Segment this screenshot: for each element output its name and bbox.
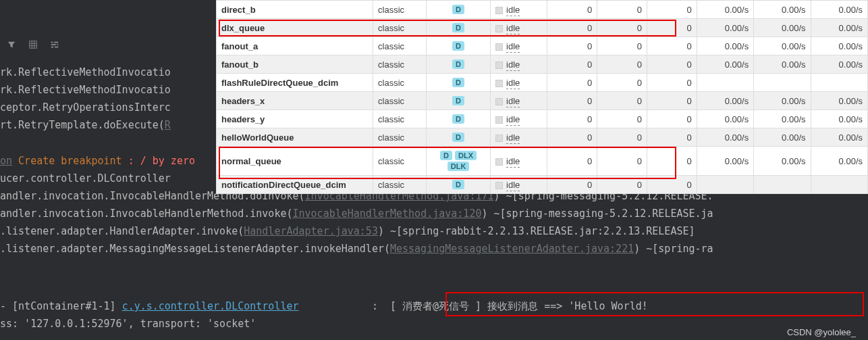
queue-incoming-cell: 0.00/s — [697, 1, 753, 19]
table-icon[interactable] — [28, 37, 38, 55]
queue-ready-cell: 0 — [547, 176, 597, 194]
queue-name-cell[interactable]: flashRuleDirectQueue_dcim — [217, 74, 373, 92]
queue-incoming-cell: 0.00/s — [697, 128, 753, 147]
feature-tag: D — [452, 96, 464, 105]
queue-total-cell: 0 — [647, 19, 697, 37]
queue-incoming-cell — [697, 176, 753, 194]
queue-total-cell: 0 — [647, 74, 697, 92]
table-row[interactable]: fanout_bclassicDidle0000.00/s0.00/s0.00/… — [217, 55, 868, 74]
create-breakpoint-link[interactable]: Create breakpoint — [12, 155, 128, 167]
queue-type-cell: classic — [373, 55, 427, 74]
queue-total-cell: 0 — [647, 176, 697, 194]
table-row[interactable]: notificationDirectQueue_dcimclassicDidle… — [217, 176, 868, 194]
queue-ack-cell: 0.00/s — [811, 92, 867, 110]
queue-incoming-cell: 0.00/s — [697, 92, 753, 110]
filter-icon[interactable] — [7, 37, 16, 55]
queue-type-cell: classic — [373, 128, 427, 147]
feature-tag: D — [452, 41, 464, 51]
queue-total-cell: 0 — [647, 110, 697, 128]
queue-unacked-cell: 0 — [597, 147, 647, 176]
queue-ack-cell: 0.00/s — [811, 147, 867, 176]
queue-features-cell: D — [427, 55, 491, 74]
queue-deliver-cell: 0.00/s — [754, 19, 811, 37]
queue-features-cell: D — [427, 110, 491, 128]
queue-state-cell: idle — [491, 37, 547, 55]
exception-link[interactable]: on — [0, 155, 12, 167]
feature-tag: D — [452, 114, 464, 124]
source-link[interactable]: MessagingMessageListenerAdapter.java:221 — [390, 243, 634, 255]
queue-total-cell: 0 — [647, 1, 697, 19]
log-line: .listener.adapter.MessagingMessageListen… — [0, 240, 713, 258]
table-row[interactable]: headers_xclassicDidle0000.00/s0.00/s0.00… — [217, 92, 868, 110]
table-row[interactable]: headers_yclassicDidle0000.00/s0.00/s0.00… — [217, 110, 868, 128]
table-row[interactable]: flashRuleDirectQueue_dcimclassicDidle000 — [217, 74, 868, 92]
queue-unacked-cell: 0 — [597, 55, 647, 74]
queue-ack-cell — [811, 176, 867, 194]
queue-ready-cell: 0 — [547, 74, 597, 92]
queue-name-cell[interactable]: fanout_a — [217, 37, 373, 55]
queue-ready-cell: 0 — [547, 19, 597, 37]
queue-features-cell: D — [427, 92, 491, 110]
queue-state-cell: idle — [491, 55, 547, 74]
queue-state-cell: idle — [491, 92, 547, 110]
source-link[interactable]: HandlerAdapter.java:53 — [244, 225, 378, 237]
state-indicator-icon — [495, 62, 503, 69]
queue-name-cell[interactable]: normal_queue — [217, 147, 373, 176]
log-line: ucer.controller.DLController — [0, 170, 171, 187]
queue-name-cell[interactable]: headers_y — [217, 110, 373, 128]
state-indicator-icon — [495, 182, 503, 189]
rabbitmq-queues-table: direct_bclassicDidle0000.00/s0.00/s0.00/… — [216, 0, 868, 194]
queue-state-cell: idle — [491, 1, 547, 19]
queue-features-cell: D — [427, 74, 491, 92]
queue-ready-cell: 0 — [547, 110, 597, 128]
queue-unacked-cell: 0 — [597, 19, 647, 37]
queue-state-cell: idle — [491, 19, 547, 37]
queue-deliver-cell: 0.00/s — [754, 128, 811, 147]
feature-tag: D — [452, 132, 464, 142]
table-row[interactable]: direct_bclassicDidle0000.00/s0.00/s0.00/… — [217, 1, 868, 19]
queue-ack-cell: 0.00/s — [811, 110, 867, 128]
settings-icon[interactable] — [50, 37, 59, 55]
queue-incoming-cell: 0.00/s — [697, 37, 753, 55]
source-link[interactable]: InvocableHandlerMethod.java:120 — [292, 208, 481, 220]
log-line: on Create breakpoint : / by zero — [0, 152, 195, 170]
table-row[interactable]: helloWorldQueueclassicDidle0000.00/s0.00… — [217, 128, 868, 147]
log-line: ss: '127.0.0.1:52976', transport: 'socke… — [0, 315, 256, 333]
queue-name-cell[interactable]: fanout_b — [217, 55, 373, 74]
log-line: ceptor.RetryOperationsInterc — [0, 99, 171, 116]
queue-incoming-cell: 0.00/s — [697, 147, 753, 176]
queue-name-cell[interactable]: notificationDirectQueue_dcim — [217, 176, 373, 194]
queue-ready-cell: 0 — [547, 1, 597, 19]
queue-name-cell[interactable]: helloWorldQueue — [217, 128, 373, 147]
log-line: - [ntContainer#1-1] c.y.s.controller.DLC… — [0, 297, 648, 315]
queue-unacked-cell: 0 — [597, 92, 647, 110]
queue-ack-cell: 0.00/s — [811, 55, 867, 74]
state-indicator-icon — [495, 25, 503, 32]
queue-deliver-cell: 0.00/s — [754, 92, 811, 110]
queue-deliver-cell: 0.00/s — [754, 37, 811, 55]
watermark: CSDN @yololee_ — [787, 327, 856, 337]
queue-total-cell: 0 — [647, 37, 697, 55]
queue-name-cell[interactable]: headers_x — [217, 92, 373, 110]
table-row[interactable]: normal_queueclassicDDLXDLKidle0000.00/s0… — [217, 147, 868, 176]
queue-name-cell[interactable]: dlx_queue — [217, 19, 373, 37]
table-row[interactable]: fanout_aclassicDidle0000.00/s0.00/s0.00/… — [217, 37, 868, 55]
state-indicator-icon — [495, 158, 503, 166]
queue-unacked-cell: 0 — [597, 74, 647, 92]
queue-total-cell: 0 — [647, 128, 697, 147]
table-row[interactable]: dlx_queueclassicDidle0000.00/s0.00/s0.00… — [217, 19, 868, 37]
queue-type-cell: classic — [373, 37, 427, 55]
queue-ack-cell: 0.00/s — [811, 19, 867, 37]
queue-deliver-cell — [754, 176, 811, 194]
queue-ready-cell: 0 — [547, 37, 597, 55]
queue-name-cell[interactable]: direct_b — [217, 1, 373, 19]
log-line: rk.ReflectiveMethodInvocatio — [0, 81, 171, 99]
log-line: rk.ReflectiveMethodInvocatio — [0, 64, 171, 81]
queue-features-cell: D — [427, 1, 491, 19]
feature-tag: DLK — [447, 162, 470, 171]
queue-features-cell: D — [427, 128, 491, 147]
queue-type-cell: classic — [373, 74, 427, 92]
queue-type-cell: classic — [373, 92, 427, 110]
state-indicator-icon — [495, 116, 503, 124]
queue-ack-cell — [811, 74, 867, 92]
